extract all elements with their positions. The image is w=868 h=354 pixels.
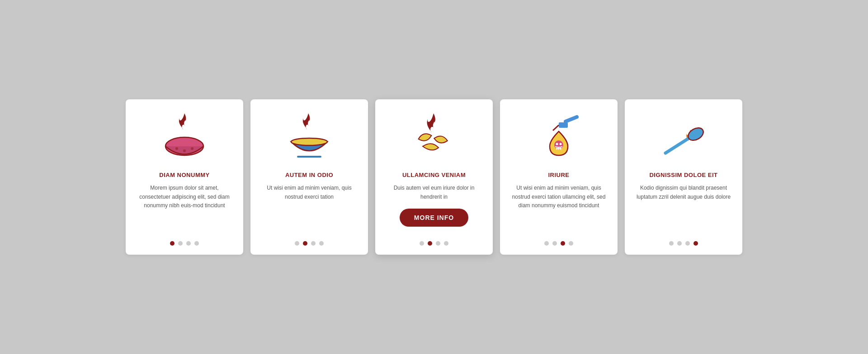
card-2-text: Ut wisi enim ad minim veniam, quis nostr… xyxy=(259,184,359,233)
dot-3-2 xyxy=(436,241,440,246)
card-4-dots xyxy=(544,241,573,246)
card-1-dots xyxy=(170,241,199,246)
dot-1-0 xyxy=(170,241,175,246)
svg-rect-7 xyxy=(559,122,568,128)
card-ullamcing-veniam: ULLAMCING VENIAM Duis autem vel eum iriu… xyxy=(375,99,493,254)
dot-4-3 xyxy=(569,241,573,246)
card-5-text: Kodio dignissim qui blandit praesent lup… xyxy=(634,184,733,233)
dot-4-1 xyxy=(552,241,557,246)
dot-4-2 xyxy=(561,241,565,246)
dot-1-1 xyxy=(178,241,183,246)
card-3-title: ULLAMCING VENIAM xyxy=(402,172,466,178)
dot-3-1 xyxy=(428,241,432,246)
taco-fire-icon xyxy=(157,110,212,164)
svg-line-6 xyxy=(566,117,577,121)
dot-5-0 xyxy=(669,241,674,246)
card-5-dots xyxy=(669,241,698,246)
card-3-text: Duis autem vel eum iriure dolor in hendr… xyxy=(384,184,484,201)
card-5-title: DIGNISSIM DOLOE EIT xyxy=(649,172,717,178)
poison-drop-icon xyxy=(532,110,586,164)
svg-point-10 xyxy=(556,143,558,145)
card-diam-nonummy: DIAM NONUMMY Morem ipsum dolor sit amet,… xyxy=(126,99,243,254)
spoon-fire-icon xyxy=(656,110,711,164)
svg-point-17 xyxy=(686,126,705,143)
dot-2-2 xyxy=(311,241,316,246)
dot-3-0 xyxy=(420,241,424,246)
svg-point-4 xyxy=(291,138,327,145)
svg-line-8 xyxy=(553,125,559,130)
dot-3-3 xyxy=(444,241,448,246)
card-4-title: IRIURE xyxy=(548,172,569,178)
dot-2-0 xyxy=(295,241,299,246)
svg-line-16 xyxy=(665,137,690,153)
chips-fire-icon xyxy=(407,110,461,164)
more-info-button[interactable]: MORE INFO xyxy=(400,209,468,227)
card-2-dots xyxy=(295,241,324,246)
card-iriure: IRIURE Ut wisi enim ad minim veniam, qui… xyxy=(500,99,618,254)
card-dignissim-doloe-eit: DIGNISSIM DOLOE EIT Kodio dignissim qui … xyxy=(625,99,742,254)
svg-point-11 xyxy=(560,143,562,145)
dot-2-1 xyxy=(303,241,307,246)
dot-5-3 xyxy=(693,241,698,246)
card-2-title: AUTEM IN ODIO xyxy=(285,172,333,178)
cards-container: DIAM NONUMMY Morem ipsum dolor sit amet,… xyxy=(99,81,769,272)
dot-5-1 xyxy=(677,241,682,246)
dot-1-2 xyxy=(186,241,191,246)
card-autem-in-odio: AUTEM IN ODIO Ut wisi enim ad minim veni… xyxy=(250,99,368,254)
card-3-dots xyxy=(420,241,448,246)
card-1-text: Morem ipsum dolor sit amet, consectetuer… xyxy=(135,184,234,233)
dot-1-3 xyxy=(194,241,199,246)
svg-point-1 xyxy=(175,147,178,150)
dot-5-2 xyxy=(685,241,690,246)
svg-point-3 xyxy=(191,147,193,150)
dot-2-3 xyxy=(319,241,324,246)
card-4-text: Ut wisi enim ad minim veniam, quis nostr… xyxy=(509,184,609,233)
card-1-title: DIAM NONUMMY xyxy=(159,172,209,178)
dot-4-0 xyxy=(544,241,549,246)
bowl-fire-icon xyxy=(282,110,336,164)
svg-point-2 xyxy=(183,149,186,152)
